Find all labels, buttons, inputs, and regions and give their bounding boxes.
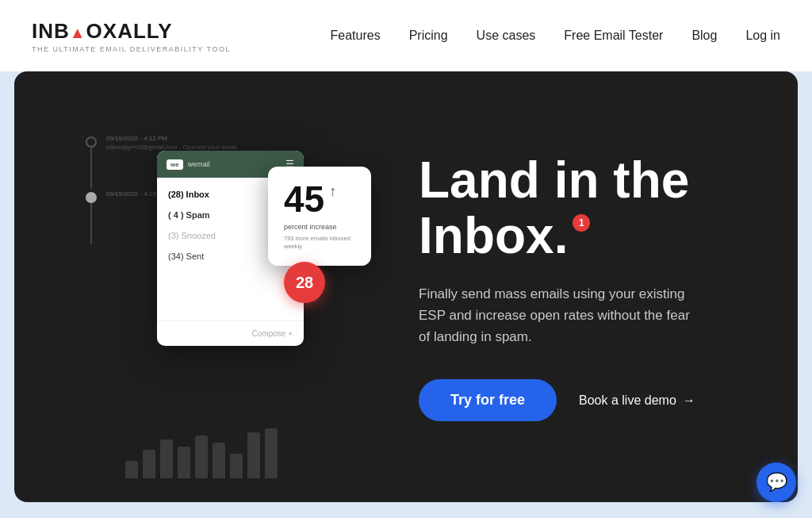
hero-title-line2-container: Inbox.1: [419, 208, 590, 263]
bar-chart-bar: [125, 461, 138, 479]
timeline-item-1: 09/19/2022 - 4:12 PM inboxspy+n3@gmail.c…: [86, 135, 236, 151]
hero-cta-area: Try for free Book a live demo →: [419, 379, 750, 421]
timeline-dot-2: [86, 192, 97, 203]
stats-card: 45 ↑ percent increase 783 more emails in…: [268, 167, 371, 266]
logo-ox-text: OXALLY: [86, 19, 173, 43]
hero-left-panel: 09/19/2022 - 4:12 PM inboxspy+n3@gmail.c…: [46, 71, 387, 502]
hero-section: 09/19/2022 - 4:12 PM inboxspy+n3@gmail.c…: [14, 71, 798, 502]
chat-widget[interactable]: 💬: [756, 462, 796, 502]
stats-arrow-icon: ↑: [329, 184, 336, 198]
we-name: wemail: [188, 160, 210, 168]
timeline-text-1: 09/19/2022 - 4:12 PM inboxspy+n3@gmail.c…: [106, 135, 236, 151]
stats-sublabel: 783 more emails inboxed weekly: [284, 235, 355, 251]
timeline-email-1: inboxspy+n3@gmail.com - Opened your emai…: [106, 144, 236, 151]
bar-chart-bar: [213, 443, 225, 478]
header: INB▲OXALLY THE ULTIMATE EMAIL DELIVERABI…: [0, 0, 812, 71]
timeline-line-1: [90, 148, 92, 189]
logo-tagline: THE ULTIMATE EMAIL DELIVERABILITY TOOL: [32, 45, 231, 53]
book-demo-button[interactable]: Book a live demo →: [579, 393, 695, 408]
bar-chart-bar: [178, 447, 190, 479]
stats-label: percent increase: [284, 222, 355, 232]
logo-area: INB▲OXALLY THE ULTIMATE EMAIL DELIVERABI…: [32, 19, 231, 53]
hero-title-line1: Land in the: [419, 152, 689, 209]
timeline-dot-1: [86, 136, 97, 148]
main-nav: Features Pricing Use cases Free Email Te…: [331, 29, 780, 43]
chat-icon: 💬: [766, 472, 787, 493]
bar-chart-bar: [160, 439, 173, 479]
bar-chart-bar: [247, 432, 260, 479]
logo-in-text: INB: [32, 19, 70, 43]
logo: INB▲OXALLY: [32, 19, 231, 44]
stats-number-value: 45: [284, 181, 324, 217]
nav-use-cases[interactable]: Use cases: [477, 29, 536, 43]
logo-triangle: ▲: [70, 23, 86, 40]
bar-chart-bar: [143, 450, 155, 478]
notification-badge: 28: [284, 262, 325, 303]
book-demo-arrow: →: [683, 393, 695, 408]
compose-button[interactable]: Compose +: [157, 320, 304, 346]
hero-right-panel: Land in the Inbox.1 Finally send mass em…: [387, 152, 750, 421]
nav-pricing[interactable]: Pricing: [409, 29, 448, 43]
bar-chart-bar: [230, 454, 243, 479]
nav-login[interactable]: Log in: [745, 29, 780, 43]
email-header-left: we wemail: [167, 159, 210, 170]
hero-subtitle: Finally send mass emails using your exis…: [419, 283, 704, 348]
bar-chart-bar: [265, 428, 278, 478]
bar-chart-bar: [195, 436, 208, 478]
nav-features[interactable]: Features: [331, 29, 381, 43]
nav-free-tester[interactable]: Free Email Tester: [564, 29, 663, 43]
try-for-free-button[interactable]: Try for free: [419, 379, 557, 421]
we-badge: we: [167, 159, 183, 170]
stats-number-container: 45 ↑: [284, 181, 355, 217]
hero-title-inbox: Inbox.: [419, 208, 568, 263]
hero-title: Land in the Inbox.1: [419, 152, 750, 264]
book-demo-label: Book a live demo: [579, 393, 676, 408]
bar-chart: [125, 415, 278, 478]
hero-sup-badge: 1: [573, 214, 590, 232]
timeline-date-1: 09/19/2022 - 4:12 PM: [106, 135, 236, 142]
nav-blog[interactable]: Blog: [691, 29, 717, 43]
timeline-line-2: [90, 203, 92, 244]
